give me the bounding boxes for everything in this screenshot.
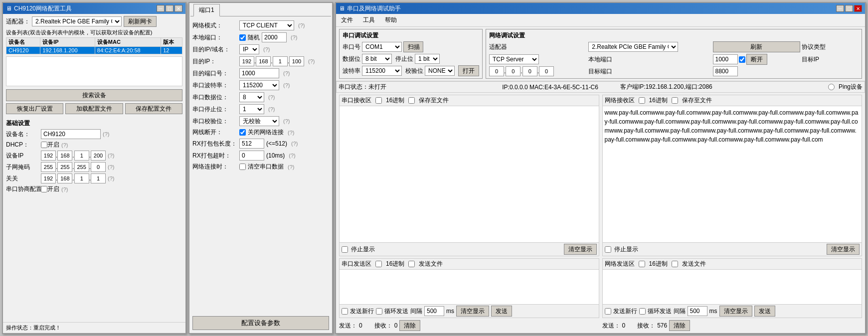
clear-display-serial-button[interactable]: 清空显示 xyxy=(564,244,597,255)
target-ip-4[interactable] xyxy=(539,66,554,76)
local-port-random-checkbox[interactable] xyxy=(239,34,246,41)
stop-bits-select[interactable]: 1 xyxy=(239,104,264,114)
device-ip-4[interactable] xyxy=(91,151,106,161)
save-config-button[interactable]: 保存配置文件 xyxy=(125,103,182,114)
adapter-select-r[interactable]: 2.Realtek PCIe GBE Family Controll... xyxy=(588,42,678,52)
rx-timeout-input[interactable] xyxy=(239,151,264,161)
protocol-select[interactable]: TCP Server xyxy=(489,54,539,64)
gw-3[interactable] xyxy=(74,173,89,183)
send-file-net-check[interactable] xyxy=(672,261,678,267)
send-serial-button[interactable]: 发送 xyxy=(491,306,512,317)
local-port-input[interactable] xyxy=(262,32,287,42)
right-minimize-button[interactable]: ─ xyxy=(836,5,844,12)
ping-radio[interactable] xyxy=(828,84,835,90)
network-send-area[interactable] xyxy=(603,270,862,304)
clear-net-button[interactable]: 清空显示 xyxy=(719,306,752,317)
search-device-button[interactable]: 搜索设备 xyxy=(6,89,182,101)
baud-rate-select[interactable]: 115200 xyxy=(239,80,279,90)
hex-recv-serial-check[interactable] xyxy=(375,97,382,104)
dest-ip-2[interactable] xyxy=(256,56,271,66)
hex-send-serial-check[interactable] xyxy=(375,261,382,267)
restore-factory-button[interactable]: 恢复出厂设置 xyxy=(6,103,63,114)
rx-pack-len-input[interactable] xyxy=(239,139,264,149)
target-port-input[interactable] xyxy=(713,66,738,76)
net-connect-checkbox[interactable] xyxy=(239,164,246,170)
parity-label-r: 校验位 xyxy=(405,67,423,75)
network-send-textarea[interactable] xyxy=(603,270,862,304)
menu-tools[interactable]: 工具 xyxy=(360,15,378,25)
send-file-serial-check[interactable] xyxy=(408,261,415,267)
stop-display-serial-check[interactable] xyxy=(342,246,348,253)
dhcp-checkbox[interactable] xyxy=(41,142,47,148)
stop-bits-select-r[interactable]: 1 bit xyxy=(415,54,440,64)
hex-send-net-check[interactable] xyxy=(639,261,645,267)
gw-2[interactable] xyxy=(57,173,72,183)
target-ip-1[interactable] xyxy=(489,66,504,76)
dest-port-input[interactable] xyxy=(239,68,279,78)
com-select[interactable]: COM1 xyxy=(362,42,402,52)
subnet-4[interactable] xyxy=(91,162,106,172)
send-net-button[interactable]: 发送 xyxy=(754,306,775,317)
serial-send-area[interactable] xyxy=(340,270,599,304)
dest-ip-1[interactable] xyxy=(239,56,254,66)
stop-display-net-check[interactable] xyxy=(605,246,611,253)
serial-send-textarea[interactable] xyxy=(340,270,599,304)
interval-net-input[interactable] xyxy=(688,306,707,316)
send-newline-net-check[interactable] xyxy=(605,308,611,315)
subnet-1[interactable] xyxy=(41,162,56,172)
interval-serial-input[interactable] xyxy=(424,306,444,316)
refresh-net-button[interactable]: 刷新 xyxy=(713,41,800,52)
device-ip-2[interactable] xyxy=(57,151,72,161)
device-name-input[interactable] xyxy=(41,129,101,139)
dest-ip-4[interactable] xyxy=(289,56,304,66)
hex-recv-net-check[interactable] xyxy=(639,97,645,104)
maximize-button[interactable]: □ xyxy=(166,5,174,12)
device-ip-1[interactable] xyxy=(41,151,56,161)
save-file-serial-check[interactable] xyxy=(408,97,415,104)
serial-proto-checkbox[interactable] xyxy=(41,186,47,192)
target-ip-2[interactable] xyxy=(506,66,521,76)
port1-tab[interactable]: 端口1 xyxy=(193,4,220,16)
right-close-button[interactable]: ✕ xyxy=(854,5,862,12)
net-disconnect-checkbox[interactable] xyxy=(239,129,246,136)
menu-help[interactable]: 帮助 xyxy=(382,15,400,25)
save-file-net-check[interactable] xyxy=(672,97,678,104)
col-device-name: 设备名 xyxy=(6,38,40,47)
config-device-button[interactable]: 配置设备参数 xyxy=(192,316,329,330)
menu-file[interactable]: 文件 xyxy=(338,15,356,25)
subnet-2[interactable] xyxy=(57,162,72,172)
right-window: 🖥 串口及网络调试助手 ─ □ ✕ 文件 工具 帮助 串口调试设置 串口号 CO… xyxy=(335,2,866,334)
dest-ip-3[interactable] xyxy=(273,56,288,66)
gw-4[interactable] xyxy=(91,173,106,183)
clear-net-stats-button[interactable]: 清除 xyxy=(669,320,690,331)
loop-send-net-check[interactable] xyxy=(639,308,646,315)
clear-serial-button[interactable]: 清空显示 xyxy=(456,306,489,317)
parity-select-r[interactable]: NONE xyxy=(425,66,455,76)
close-button[interactable]: ✕ xyxy=(174,5,182,12)
refresh-nic-button[interactable]: 刷新网卡 xyxy=(124,16,157,27)
table-row[interactable]: CH9120192.168.1.20084:C2:E4:A:20:5812 xyxy=(6,47,182,54)
clear-display-net-button[interactable]: 清空显示 xyxy=(827,244,860,255)
baud-select-r[interactable]: 115200 xyxy=(362,66,402,76)
data-bits-select-r[interactable]: 8 bit xyxy=(362,54,392,64)
open-serial-button[interactable]: 打开 xyxy=(458,65,479,76)
clear-serial-stats-button[interactable]: 清除 xyxy=(399,320,420,331)
data-bits-select[interactable]: 8 xyxy=(239,92,264,102)
target-ip-3[interactable] xyxy=(522,66,537,76)
load-config-button[interactable]: 加载配置文件 xyxy=(65,103,123,114)
loop-send-serial-check[interactable] xyxy=(376,308,382,315)
adapter-select[interactable]: 2.Realtek PCIe GBE Family Cont... xyxy=(32,16,122,26)
send-newline-serial-check[interactable] xyxy=(342,308,348,315)
scan-button[interactable]: 扫描 xyxy=(403,41,423,52)
local-port-input-r[interactable] xyxy=(713,54,738,64)
parity-select[interactable]: 无校验 xyxy=(239,116,279,126)
gw-1[interactable] xyxy=(41,173,56,183)
local-port-checkbox[interactable] xyxy=(739,56,745,63)
network-mode-select[interactable]: TCP CLIENT xyxy=(239,20,294,30)
subnet-3[interactable] xyxy=(74,162,89,172)
disconnect-button[interactable]: 断开 xyxy=(746,54,767,65)
device-ip-3[interactable] xyxy=(74,151,89,161)
dest-ip-type-select[interactable]: IP xyxy=(239,44,259,54)
minimize-button[interactable]: ─ xyxy=(157,5,165,12)
right-maximize-button[interactable]: □ xyxy=(845,5,853,12)
